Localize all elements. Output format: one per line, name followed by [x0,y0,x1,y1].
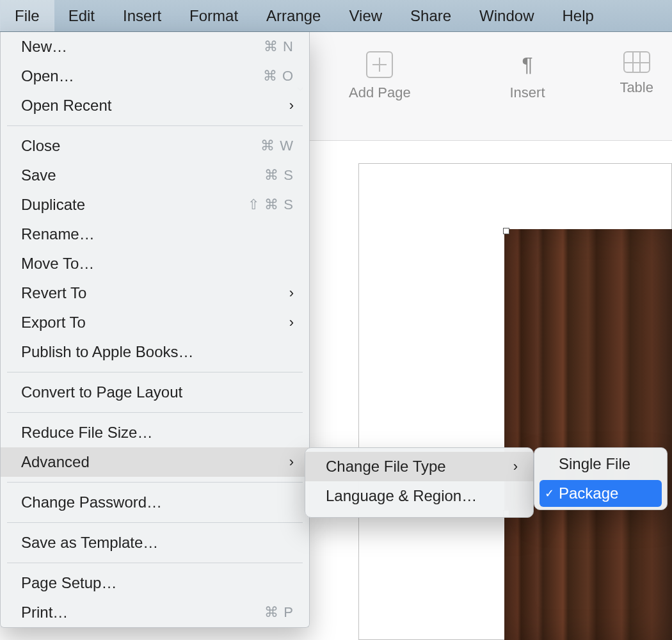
menubar-edit[interactable]: Edit [54,0,109,31]
add-page-button[interactable]: Add Page [344,51,415,101]
menu-item-label: Reduce File Size… [21,424,294,442]
menu-item-label: Print… [21,604,264,621]
menubar-format[interactable]: Format [175,0,252,31]
menu-item-label: Save as Template… [21,534,294,552]
menu-item-language-region[interactable]: Language & Region… [305,481,533,511]
option-label: Single File [559,455,630,473]
file-menu: New… ⌘ N Open… ⌘ O Open Recent › Close ⌘… [0,32,310,628]
menubar-insert[interactable]: Insert [109,0,175,31]
menu-item-open-recent[interactable]: Open Recent › [1,91,309,120]
menu-item-export-to[interactable]: Export To › [1,308,309,337]
menu-item-label: Rename… [21,225,294,243]
menu-item-label: Duplicate [21,196,248,214]
selected-image[interactable] [504,229,672,640]
menu-item-label: Revert To [21,284,284,302]
menu-item-publish[interactable]: Publish to Apple Books… [1,337,309,367]
menu-separator [7,372,303,372]
menu-item-print[interactable]: Print… ⌘ P [1,598,309,627]
menu-item-label: Move To… [21,255,294,273]
menu-item-label: Export To [21,314,284,332]
chevron-right-icon: › [284,285,294,301]
menu-item-move-to[interactable]: Move To… [1,249,309,278]
menu-item-new-shortcut: ⌘ N [264,38,294,55]
menu-item-label: Open Recent [21,97,284,115]
menu-item-label: Language & Region… [326,487,518,505]
menu-item-save[interactable]: Save ⌘ S [1,161,309,190]
menu-separator [7,125,303,126]
menu-item-change-file-type[interactable]: Change File Type › [305,452,533,481]
menu-item-label: Open… [21,67,263,85]
menu-item-label: Save [21,166,264,184]
menu-item-shortcut: ⇧ ⌘ S [248,196,294,213]
menu-item-new-label: New… [21,38,264,56]
option-package[interactable]: ✓ Package [540,480,662,507]
plus-icon [366,51,393,78]
menu-item-shortcut: ⌘ P [264,604,294,621]
menu-item-page-setup[interactable]: Page Setup… [1,568,309,598]
menu-item-label: Page Setup… [21,574,294,592]
checkmark-icon: ✓ [545,486,559,500]
menu-item-shortcut: ⌘ W [260,138,294,154]
menu-item-reduce-file-size[interactable]: Reduce File Size… [1,418,309,447]
table-icon [623,51,650,73]
menu-item-label: Close [21,137,260,155]
chevron-right-icon: › [284,314,294,331]
table-button[interactable]: Table [601,51,672,96]
menu-item-label: Change File Type [326,458,508,476]
menu-item-advanced[interactable]: Advanced › [1,447,309,477]
chevron-right-icon: › [284,97,294,114]
chevron-right-icon: › [284,454,294,470]
menu-separator [7,412,303,413]
insert-label: Insert [509,84,545,101]
menubar-help[interactable]: Help [548,0,607,31]
menu-item-change-password[interactable]: Change Password… [1,488,309,517]
menu-item-shortcut: ⌘ S [264,167,294,184]
menu-item-convert[interactable]: Convert to Page Layout [1,378,309,407]
menubar-arrange[interactable]: Arrange [252,0,335,31]
menu-item-new[interactable]: New… ⌘ N [1,32,309,61]
menubar: File Edit Insert Format Arrange View Sha… [0,0,672,32]
menubar-share[interactable]: Share [396,0,465,31]
pilcrow-icon: ¶ [522,51,532,78]
menu-item-save-as-template[interactable]: Save as Template… [1,528,309,557]
menu-item-label: Advanced [21,453,284,471]
selection-handle-top-left[interactable] [503,228,509,234]
menu-item-label: Convert to Page Layout [21,383,294,401]
menu-item-revert-to[interactable]: Revert To › [1,278,309,308]
menubar-view[interactable]: View [335,0,396,31]
option-label: Package [559,484,618,502]
menu-separator [7,522,303,523]
menubar-file[interactable]: File [0,0,54,31]
menu-item-label: Change Password… [21,493,294,511]
menubar-window[interactable]: Window [465,0,548,31]
menu-item-close[interactable]: Close ⌘ W [1,131,309,161]
menu-item-open[interactable]: Open… ⌘ O [1,61,309,91]
chevron-right-icon: › [508,458,518,475]
insert-button[interactable]: ¶ Insert [492,51,563,101]
table-label: Table [620,79,653,96]
menu-item-rename[interactable]: Rename… [1,220,309,249]
menu-item-shortcut: ⌘ O [263,68,294,84]
advanced-submenu: Change File Type › Language & Region… [305,447,534,518]
file-type-submenu: Single File ✓ Package [534,447,668,510]
menu-item-duplicate[interactable]: Duplicate ⇧ ⌘ S [1,190,309,220]
menu-item-label: Publish to Apple Books… [21,343,294,361]
menu-separator [7,482,303,483]
add-page-label: Add Page [349,84,411,101]
option-single-file[interactable]: Single File [540,451,662,477]
menu-separator [7,563,303,563]
